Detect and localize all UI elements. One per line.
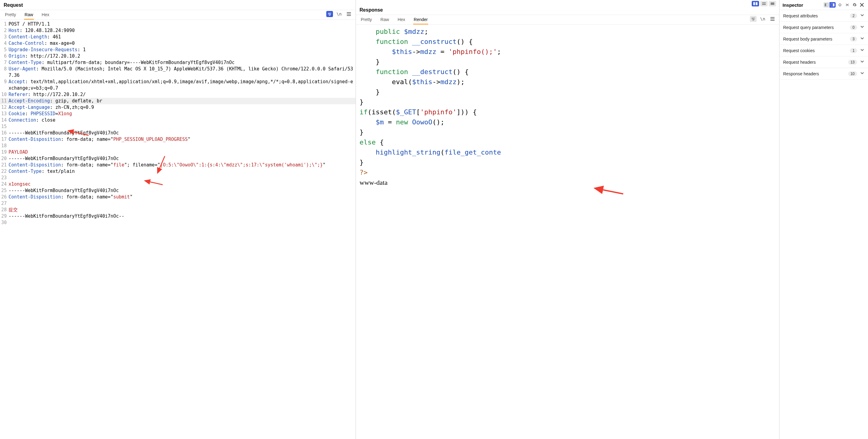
annotation-arrow-4	[600, 188, 624, 196]
count-badge: 10	[848, 71, 857, 76]
code-line: 20------WebKitFormBoundaryYtEgf8vgV40i7n…	[0, 156, 355, 162]
code-line: 10Referer: http://172.20.10.2/	[0, 92, 355, 98]
inspector-layout-left-icon[interactable]	[824, 2, 830, 8]
code-line: 16------WebKitFormBoundaryYtEgf8vgV40i7n…	[0, 130, 355, 136]
close-icon[interactable]	[859, 2, 865, 8]
code-line: 27	[0, 200, 355, 207]
count-badge: 2	[850, 13, 857, 18]
code-line: 30	[0, 220, 355, 226]
layout-single-icon[interactable]	[769, 1, 776, 6]
inspector-row[interactable]: Request body parameters3	[779, 33, 868, 45]
response-tab-hex[interactable]: Hex	[397, 15, 406, 24]
code-line: 9Accept: text/html,application/xhtml+xml…	[0, 79, 355, 92]
request-tab-tools: \n	[326, 11, 352, 18]
code-line: 8User-Agent: Mozilla/5.0 (Macintosh; Int…	[0, 66, 355, 79]
svg-rect-7	[771, 2, 774, 5]
svg-line-0	[73, 132, 89, 135]
inspector-row-label: Request headers	[783, 60, 816, 65]
annotation-arrow-1	[71, 131, 89, 137]
render-code-line: }	[360, 87, 776, 97]
code-line: 3Content-Length: 461	[0, 34, 355, 40]
svg-line-2	[149, 182, 163, 185]
svg-rect-6	[762, 4, 766, 5]
code-line: 15	[0, 124, 355, 130]
response-tab-pretty[interactable]: Pretty	[360, 15, 373, 24]
request-tab-raw[interactable]: Raw	[24, 10, 34, 20]
gear-icon[interactable]	[851, 2, 858, 8]
toggle-wrap-icon[interactable]	[326, 11, 333, 17]
layout-toolbar	[356, 0, 779, 7]
render-code-line: ?>	[360, 167, 776, 177]
inspector-title: Inspector	[782, 2, 803, 8]
response-panel: Response Pretty Raw Hex Render \n public…	[356, 0, 779, 439]
inspector-row[interactable]: Request attributes2	[779, 10, 868, 22]
render-code-line: eval($this->mdzz);	[360, 77, 776, 87]
request-tab-pretty[interactable]: Pretty	[4, 10, 17, 20]
expand-all-icon[interactable]	[837, 2, 843, 8]
inspector-row[interactable]: Request headers13	[779, 57, 868, 68]
inspector-panel: Inspector	[779, 0, 868, 439]
layout-stack-icon[interactable]	[760, 1, 768, 6]
layout-split-icon[interactable]	[752, 1, 759, 6]
response-header: Response	[356, 7, 779, 15]
collapse-all-icon[interactable]	[844, 2, 850, 8]
inspector-layout-right-icon[interactable]	[830, 2, 836, 8]
code-line: 7Content-Type: multipart/form-data; boun…	[0, 60, 355, 66]
newline-toggle[interactable]: \n	[335, 11, 343, 18]
render-code-line: }	[360, 157, 776, 167]
code-line: 6Origin: http://172.20.10.2	[0, 53, 355, 60]
count-badge: 1	[850, 48, 857, 53]
inspector-row-label: Response headers	[783, 71, 819, 76]
request-menu-icon[interactable]	[345, 11, 352, 18]
count-badge: 3	[850, 37, 857, 41]
svg-rect-5	[762, 2, 766, 3]
code-line: 25------WebKitFormBoundaryYtEgf8vgV40i7n…	[0, 188, 355, 194]
newline-toggle[interactable]: \n	[759, 15, 766, 22]
app-root: Request Pretty Raw Hex \n 1POST / HTTP/1…	[0, 0, 868, 439]
render-code-line: highlight_string(file_get_conte	[360, 147, 776, 157]
request-title: Request	[4, 2, 23, 8]
toggle-wrap-icon[interactable]	[750, 16, 756, 22]
render-code-line: else {	[360, 137, 776, 147]
render-result-text: www-data	[360, 177, 776, 188]
inspector-row[interactable]: Request query parameters0	[779, 22, 868, 33]
request-tab-hex[interactable]: Hex	[41, 10, 50, 20]
render-code-line: }	[360, 127, 776, 137]
code-line: 19PAYLOAD	[0, 149, 355, 156]
inspector-rows: Request attributes2Request query paramet…	[779, 10, 868, 79]
code-line: 26Content-Disposition: form-data; name="…	[0, 194, 355, 200]
svg-line-1	[159, 156, 165, 169]
code-line: 14Connection: close	[0, 117, 355, 124]
render-code-line: $this->mdzz = 'phpinfo();';	[360, 47, 776, 57]
inspector-row[interactable]: Request cookies1	[779, 45, 868, 57]
response-tab-tools: \n	[750, 15, 776, 22]
response-tab-render[interactable]: Render	[413, 15, 429, 24]
render-code-line: $m = new OowoO();	[360, 117, 776, 127]
code-line: 13Cookie: PHPSESSID=X1ong	[0, 111, 355, 117]
inspector-row-label: Request attributes	[783, 13, 818, 18]
response-render-area[interactable]: public $mdzz; function __construct() { $…	[356, 25, 779, 439]
chevron-down-icon	[860, 48, 864, 53]
render-code-line: }	[360, 57, 776, 67]
code-line: 5Upgrade-Insecure-Requests: 1	[0, 47, 355, 53]
inspector-row-label: Request cookies	[783, 48, 815, 53]
response-tab-raw[interactable]: Raw	[380, 15, 390, 24]
render-code-line: function __construct() {	[360, 37, 776, 47]
code-line: 18	[0, 143, 355, 149]
svg-rect-12	[833, 3, 834, 6]
request-header: Request	[0, 0, 355, 10]
code-line: 29------WebKitFormBoundaryYtEgf8vgV40i7n…	[0, 213, 355, 220]
inspector-row[interactable]: Response headers10	[779, 68, 868, 79]
request-code-area[interactable]: 1POST / HTTP/1.12Host: 120.48.128.24:909…	[0, 20, 355, 439]
response-menu-icon[interactable]	[769, 15, 776, 22]
chevron-down-icon	[860, 71, 864, 76]
code-line: 2Host: 120.48.128.24:9090	[0, 28, 355, 34]
svg-rect-11	[831, 3, 833, 6]
render-code-line: public $mdzz;	[360, 27, 776, 37]
inspector-layout-toggle[interactable]	[824, 2, 836, 8]
render-code-line: function __destruct() {	[360, 67, 776, 77]
code-line: 11Accept-Encoding: gzip, deflate, br	[0, 98, 355, 104]
chevron-down-icon	[860, 60, 864, 65]
response-title: Response	[360, 7, 383, 13]
chevron-down-icon	[860, 36, 864, 41]
